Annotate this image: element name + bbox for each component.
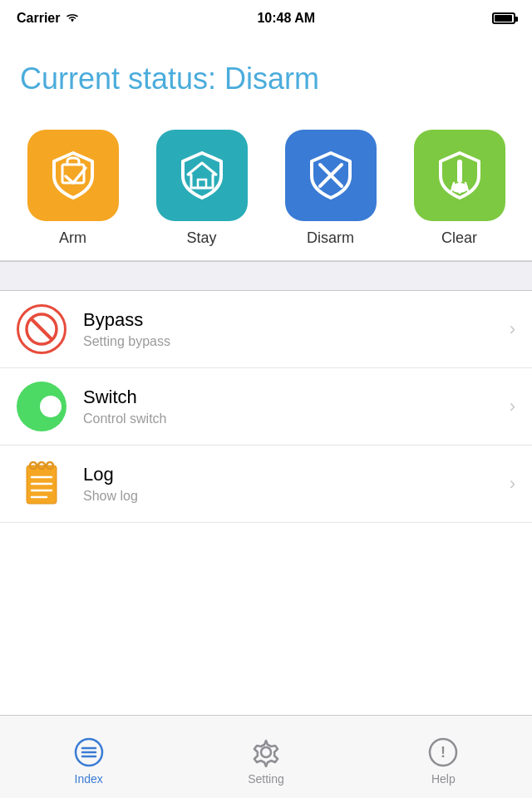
svg-point-13 (40, 396, 62, 417)
clear-button-icon (414, 130, 505, 221)
arm-button-icon (27, 130, 119, 221)
disarm-shield-icon (302, 146, 360, 204)
switch-subtitle: Control switch (83, 411, 510, 426)
bypass-list-item[interactable]: Bypass Setting bypass › (0, 291, 532, 368)
help-tab-icon: ! (428, 737, 458, 767)
svg-marker-1 (188, 163, 216, 188)
list-container: Bypass Setting bypass › Switch Control s… (0, 291, 532, 523)
bypass-icon-container (17, 304, 66, 354)
switch-toggle-icon (19, 393, 64, 420)
carrier-label: Carrier (17, 11, 80, 26)
svg-point-27 (261, 747, 271, 757)
stay-button[interactable]: Stay (148, 130, 256, 247)
stay-button-icon (156, 130, 248, 221)
index-tab-icon (74, 737, 104, 767)
tab-bar: Index Setting ! Help (0, 715, 532, 798)
disarm-button-icon (285, 130, 377, 221)
setting-tab-label: Setting (248, 772, 284, 786)
stay-label: Stay (186, 229, 216, 247)
switch-icon-container (17, 382, 66, 431)
battery-icon (492, 12, 515, 24)
log-list-item[interactable]: Log Show log › (0, 446, 532, 523)
log-subtitle: Show log (83, 489, 510, 504)
arm-button[interactable]: Arm (19, 130, 127, 247)
log-text-block: Log Show log (83, 464, 510, 504)
log-chevron: › (510, 473, 515, 495)
arm-shield-icon (44, 146, 102, 204)
switch-list-item[interactable]: Switch Control switch › (0, 368, 532, 446)
bypass-chevron: › (510, 318, 515, 340)
tab-index[interactable]: Index (0, 729, 177, 786)
bypass-subtitle: Setting bypass (83, 334, 510, 349)
svg-text:!: ! (441, 744, 446, 761)
wifi-icon (65, 12, 80, 24)
tab-help[interactable]: ! Help (355, 729, 532, 786)
current-status-section: Current status: Disarm (0, 37, 532, 113)
switch-title: Switch (83, 387, 510, 408)
clear-label: Clear (441, 229, 477, 247)
clear-button[interactable]: Clear (406, 130, 514, 247)
help-tab-label: Help (431, 772, 456, 786)
log-notepad-icon (20, 461, 63, 507)
battery-container (492, 12, 515, 24)
tab-setting[interactable]: Setting (177, 729, 354, 786)
action-buttons-row: Arm Stay Disarm (0, 113, 532, 261)
current-status-title: Current status: Disarm (20, 62, 512, 96)
status-bar: Carrier 10:48 AM (0, 0, 532, 37)
stay-shield-icon (173, 146, 231, 204)
disarm-label: Disarm (307, 229, 354, 247)
bypass-title: Bypass (83, 309, 510, 331)
status-time: 10:48 AM (257, 11, 315, 26)
switch-chevron: › (510, 396, 515, 417)
section-separator (0, 261, 532, 291)
index-tab-label: Index (75, 772, 103, 786)
disarm-button[interactable]: Disarm (277, 130, 385, 247)
svg-line-11 (32, 319, 52, 339)
log-icon-container (17, 459, 66, 509)
switch-text-block: Switch Control switch (83, 387, 510, 426)
clear-shield-icon (431, 146, 489, 204)
setting-tab-icon (251, 737, 281, 767)
carrier-text: Carrier (17, 11, 60, 26)
bypass-icon (25, 313, 58, 346)
log-title: Log (83, 464, 510, 485)
arm-label: Arm (59, 229, 86, 247)
svg-rect-5 (457, 160, 462, 183)
bypass-text-block: Bypass Setting bypass (83, 309, 510, 349)
